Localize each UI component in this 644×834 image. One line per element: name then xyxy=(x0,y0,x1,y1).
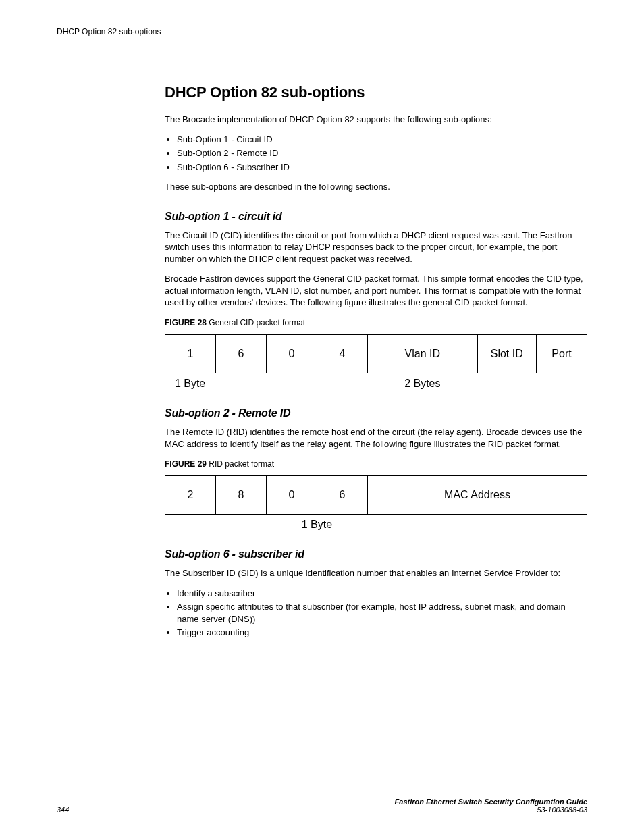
pkt-cell: 1 xyxy=(165,335,216,373)
pkt-cell: Port xyxy=(537,335,587,373)
subhead-remote-id: Sub-option 2 - Remote ID xyxy=(165,407,587,419)
subhead-circuit-id: Sub-option 1 - circuit id xyxy=(165,211,587,223)
intro-bullet-list: Sub-Option 1 - Circuit ID Sub-Option 2 -… xyxy=(177,134,587,174)
pkt-cell: 6 xyxy=(317,476,368,515)
pkt-cell: 0 xyxy=(267,476,317,515)
figure28-sublabels: 1 Byte 2 Bytes xyxy=(165,377,587,390)
page: DHCP Option 82 sub-options DHCP Option 8… xyxy=(0,0,644,834)
s3-bullet-list: Identify a subscriber Assign specific at… xyxy=(177,588,587,639)
pkt-cell: Slot ID xyxy=(477,335,537,373)
figure29-label: FIGURE 29 xyxy=(165,459,207,469)
figure29-caption: FIGURE 29 RID packet format xyxy=(165,459,587,469)
sublabel-left: 1 Byte xyxy=(165,377,215,390)
s1-p1: The Circuit ID (CID) identifies the circ… xyxy=(165,230,587,265)
list-item: Identify a subscriber xyxy=(177,588,587,600)
figure28-caption: FIGURE 28 General CID packet format xyxy=(165,318,587,328)
footer-doc-number: 53-1003088-03 xyxy=(395,806,587,814)
pkt-cell: 2 xyxy=(165,476,216,515)
s2-p1: The Remote ID (RID) identifies the remot… xyxy=(165,426,587,450)
intro-paragraph: The Brocade implementation of DHCP Optio… xyxy=(165,113,587,126)
sublabel-right: 2 Bytes xyxy=(367,377,477,390)
pkt-cell: 4 xyxy=(317,335,368,373)
list-item: Assign specific attributes to that subsc… xyxy=(177,601,587,625)
figure28-packet-table: 1 6 0 4 Vlan ID Slot ID Port xyxy=(165,334,587,373)
page-number: 344 xyxy=(57,806,69,814)
list-item: Trigger accounting xyxy=(177,627,587,639)
footer-book-title: FastIron Ethernet Switch Security Config… xyxy=(395,798,587,806)
pkt-cell: 0 xyxy=(267,335,317,373)
s3-p1: The Subscriber ID (SID) is a unique iden… xyxy=(165,567,587,579)
footer-right: FastIron Ethernet Switch Security Config… xyxy=(395,798,587,814)
list-item: Sub-Option 1 - Circuit ID xyxy=(177,134,587,146)
subhead-subscriber-id: Sub-option 6 - subscriber id xyxy=(165,548,587,561)
pkt-cell: Vlan ID xyxy=(368,335,478,373)
pkt-cell: 6 xyxy=(216,335,267,373)
running-header: DHCP Option 82 sub-options xyxy=(57,27,587,36)
content-area: DHCP Option 82 sub-options The Brocade i… xyxy=(165,84,587,784)
page-title: DHCP Option 82 sub-options xyxy=(165,84,587,101)
figure29-sublabels: 1 Byte xyxy=(165,519,587,531)
sublabel-center: 1 Byte xyxy=(266,519,367,531)
s1-p2: Brocade FastIron devices support the Gen… xyxy=(165,273,587,309)
intro-outro: These sub-options are described in the f… xyxy=(165,181,587,193)
figure28-label: FIGURE 28 xyxy=(165,318,207,328)
figure29-packet-table: 2 8 0 6 MAC Address xyxy=(165,475,587,515)
list-item: Sub-Option 2 - Remote ID xyxy=(177,147,587,159)
list-item: Sub-Option 6 - Subscriber ID xyxy=(177,161,587,174)
pkt-cell: 8 xyxy=(216,476,267,515)
page-footer: 344 FastIron Ethernet Switch Security Co… xyxy=(57,784,587,814)
pkt-cell: MAC Address xyxy=(368,476,587,515)
